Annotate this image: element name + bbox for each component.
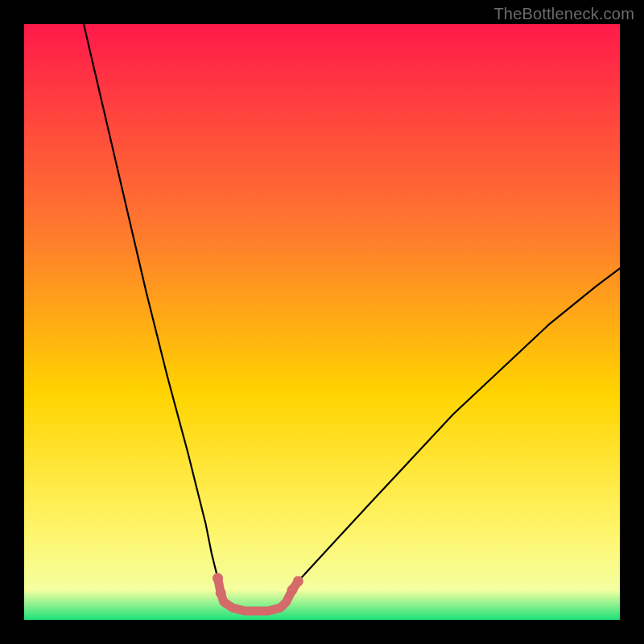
marker-dot (293, 576, 303, 586)
gradient-background (24, 24, 620, 620)
watermark-text: TheBottleneck.com (493, 5, 634, 23)
marker-dot (216, 588, 226, 598)
marker-dot (213, 573, 223, 584)
plot-area (24, 24, 620, 620)
marker-dot (287, 585, 298, 596)
bottleneck-chart (24, 24, 620, 620)
outer-frame: TheBottleneck.com (0, 0, 644, 644)
